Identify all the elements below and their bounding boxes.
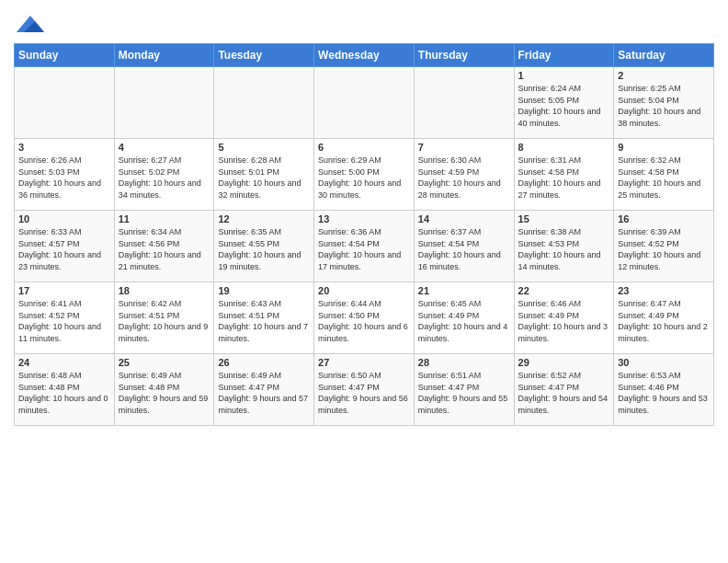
calendar-cell: 6Sunrise: 6:29 AMSunset: 5:00 PMDaylight… xyxy=(314,139,415,211)
calendar-cell: 24Sunrise: 6:48 AMSunset: 4:48 PMDayligh… xyxy=(15,354,115,426)
day-info: Sunrise: 6:27 AMSunset: 5:02 PMDaylight:… xyxy=(119,155,210,201)
calendar-cell: 7Sunrise: 6:30 AMSunset: 4:59 PMDaylight… xyxy=(414,139,514,211)
page-container: SundayMondayTuesdayWednesdayThursdayFrid… xyxy=(0,0,728,435)
calendar-cell: 23Sunrise: 6:47 AMSunset: 4:49 PMDayligh… xyxy=(614,282,714,354)
calendar-cell: 4Sunrise: 6:27 AMSunset: 5:02 PMDaylight… xyxy=(114,139,214,211)
day-info: Sunrise: 6:30 AMSunset: 4:59 PMDaylight:… xyxy=(418,155,510,201)
calendar-cell xyxy=(214,67,314,139)
day-number: 15 xyxy=(518,213,610,224)
day-number: 29 xyxy=(518,357,610,368)
calendar-cell: 11Sunrise: 6:34 AMSunset: 4:56 PMDayligh… xyxy=(114,211,214,282)
day-info: Sunrise: 6:32 AMSunset: 4:58 PMDaylight:… xyxy=(618,155,710,201)
day-number: 7 xyxy=(418,142,510,153)
day-info: Sunrise: 6:49 AMSunset: 4:48 PMDaylight:… xyxy=(119,370,210,416)
day-info: Sunrise: 6:41 AMSunset: 4:52 PMDaylight:… xyxy=(18,298,110,344)
calendar-cell xyxy=(114,67,214,139)
day-number: 18 xyxy=(119,285,210,296)
day-info: Sunrise: 6:35 AMSunset: 4:55 PMDaylight:… xyxy=(218,226,310,272)
weekday-header-row: SundayMondayTuesdayWednesdayThursdayFrid… xyxy=(15,44,714,67)
calendar-cell xyxy=(314,67,415,139)
day-info: Sunrise: 6:50 AMSunset: 4:47 PMDaylight:… xyxy=(318,370,410,416)
day-info: Sunrise: 6:24 AMSunset: 5:05 PMDaylight:… xyxy=(518,83,610,129)
day-number: 22 xyxy=(518,285,610,296)
calendar-cell: 9Sunrise: 6:32 AMSunset: 4:58 PMDaylight… xyxy=(614,139,714,211)
calendar-cell: 29Sunrise: 6:52 AMSunset: 4:47 PMDayligh… xyxy=(514,354,614,426)
day-number: 8 xyxy=(518,142,610,153)
calendar-cell: 18Sunrise: 6:42 AMSunset: 4:51 PMDayligh… xyxy=(114,282,214,354)
day-number: 14 xyxy=(418,213,510,224)
calendar-cell xyxy=(414,67,514,139)
calendar-cell: 30Sunrise: 6:53 AMSunset: 4:46 PMDayligh… xyxy=(614,354,714,426)
calendar-cell: 2Sunrise: 6:25 AMSunset: 5:04 PMDaylight… xyxy=(614,67,714,139)
calendar-cell: 1Sunrise: 6:24 AMSunset: 5:05 PMDaylight… xyxy=(514,67,614,139)
day-number: 30 xyxy=(618,357,710,368)
weekday-header: Monday xyxy=(114,44,214,67)
calendar-cell: 26Sunrise: 6:49 AMSunset: 4:47 PMDayligh… xyxy=(214,354,314,426)
calendar-cell: 27Sunrise: 6:50 AMSunset: 4:47 PMDayligh… xyxy=(314,354,415,426)
day-info: Sunrise: 6:45 AMSunset: 4:49 PMDaylight:… xyxy=(418,298,510,344)
day-info: Sunrise: 6:26 AMSunset: 5:03 PMDaylight:… xyxy=(18,155,110,201)
day-number: 6 xyxy=(318,142,410,153)
day-number: 24 xyxy=(18,357,110,368)
day-info: Sunrise: 6:52 AMSunset: 4:47 PMDaylight:… xyxy=(518,370,610,416)
weekday-header: Sunday xyxy=(15,44,115,67)
calendar-cell: 10Sunrise: 6:33 AMSunset: 4:57 PMDayligh… xyxy=(15,211,115,282)
calendar-cell: 12Sunrise: 6:35 AMSunset: 4:55 PMDayligh… xyxy=(214,211,314,282)
calendar-body: 1Sunrise: 6:24 AMSunset: 5:05 PMDaylight… xyxy=(15,67,714,426)
day-number: 23 xyxy=(618,285,710,296)
day-number: 19 xyxy=(218,285,310,296)
day-info: Sunrise: 6:48 AMSunset: 4:48 PMDaylight:… xyxy=(18,370,110,416)
day-number: 4 xyxy=(119,142,210,153)
day-info: Sunrise: 6:28 AMSunset: 5:01 PMDaylight:… xyxy=(218,155,310,201)
day-info: Sunrise: 6:36 AMSunset: 4:54 PMDaylight:… xyxy=(318,226,410,272)
day-info: Sunrise: 6:53 AMSunset: 4:46 PMDaylight:… xyxy=(618,370,710,416)
day-number: 2 xyxy=(618,70,710,81)
day-number: 12 xyxy=(218,213,310,224)
day-number: 28 xyxy=(418,357,510,368)
day-info: Sunrise: 6:38 AMSunset: 4:53 PMDaylight:… xyxy=(518,226,610,272)
day-number: 20 xyxy=(318,285,410,296)
day-number: 9 xyxy=(618,142,710,153)
header xyxy=(14,9,714,36)
day-info: Sunrise: 6:31 AMSunset: 4:58 PMDaylight:… xyxy=(518,155,610,201)
weekday-header: Saturday xyxy=(614,44,714,67)
calendar-week-row: 3Sunrise: 6:26 AMSunset: 5:03 PMDaylight… xyxy=(15,139,714,211)
day-info: Sunrise: 6:49 AMSunset: 4:47 PMDaylight:… xyxy=(218,370,310,416)
weekday-header: Tuesday xyxy=(214,44,314,67)
calendar-cell: 21Sunrise: 6:45 AMSunset: 4:49 PMDayligh… xyxy=(414,282,514,354)
day-info: Sunrise: 6:47 AMSunset: 4:49 PMDaylight:… xyxy=(618,298,710,344)
calendar-week-row: 24Sunrise: 6:48 AMSunset: 4:48 PMDayligh… xyxy=(15,354,714,426)
day-number: 25 xyxy=(119,357,210,368)
day-number: 17 xyxy=(18,285,110,296)
calendar-cell: 25Sunrise: 6:49 AMSunset: 4:48 PMDayligh… xyxy=(114,354,214,426)
day-number: 27 xyxy=(318,357,410,368)
day-info: Sunrise: 6:33 AMSunset: 4:57 PMDaylight:… xyxy=(18,226,110,272)
calendar-cell: 20Sunrise: 6:44 AMSunset: 4:50 PMDayligh… xyxy=(314,282,415,354)
calendar-cell: 19Sunrise: 6:43 AMSunset: 4:51 PMDayligh… xyxy=(214,282,314,354)
calendar-week-row: 10Sunrise: 6:33 AMSunset: 4:57 PMDayligh… xyxy=(15,211,714,282)
calendar-cell: 13Sunrise: 6:36 AMSunset: 4:54 PMDayligh… xyxy=(314,211,415,282)
day-number: 16 xyxy=(618,213,710,224)
day-number: 5 xyxy=(218,142,310,153)
calendar-week-row: 1Sunrise: 6:24 AMSunset: 5:05 PMDaylight… xyxy=(15,67,714,139)
calendar-cell: 15Sunrise: 6:38 AMSunset: 4:53 PMDayligh… xyxy=(514,211,614,282)
calendar-cell: 8Sunrise: 6:31 AMSunset: 4:58 PMDaylight… xyxy=(514,139,614,211)
day-info: Sunrise: 6:39 AMSunset: 4:52 PMDaylight:… xyxy=(618,226,710,272)
calendar-cell xyxy=(15,67,115,139)
day-info: Sunrise: 6:46 AMSunset: 4:49 PMDaylight:… xyxy=(518,298,610,344)
calendar-cell: 14Sunrise: 6:37 AMSunset: 4:54 PMDayligh… xyxy=(414,211,514,282)
calendar-cell: 5Sunrise: 6:28 AMSunset: 5:01 PMDaylight… xyxy=(214,139,314,211)
day-number: 11 xyxy=(119,213,210,224)
day-info: Sunrise: 6:37 AMSunset: 4:54 PMDaylight:… xyxy=(418,226,510,272)
day-info: Sunrise: 6:43 AMSunset: 4:51 PMDaylight:… xyxy=(218,298,310,344)
day-number: 13 xyxy=(318,213,410,224)
calendar-cell: 28Sunrise: 6:51 AMSunset: 4:47 PMDayligh… xyxy=(414,354,514,426)
day-number: 10 xyxy=(18,213,110,224)
calendar-week-row: 17Sunrise: 6:41 AMSunset: 4:52 PMDayligh… xyxy=(15,282,714,354)
day-number: 21 xyxy=(418,285,510,296)
day-number: 3 xyxy=(18,142,110,153)
calendar-cell: 17Sunrise: 6:41 AMSunset: 4:52 PMDayligh… xyxy=(15,282,115,354)
weekday-header: Wednesday xyxy=(314,44,415,67)
day-number: 26 xyxy=(218,357,310,368)
calendar-cell: 22Sunrise: 6:46 AMSunset: 4:49 PMDayligh… xyxy=(514,282,614,354)
